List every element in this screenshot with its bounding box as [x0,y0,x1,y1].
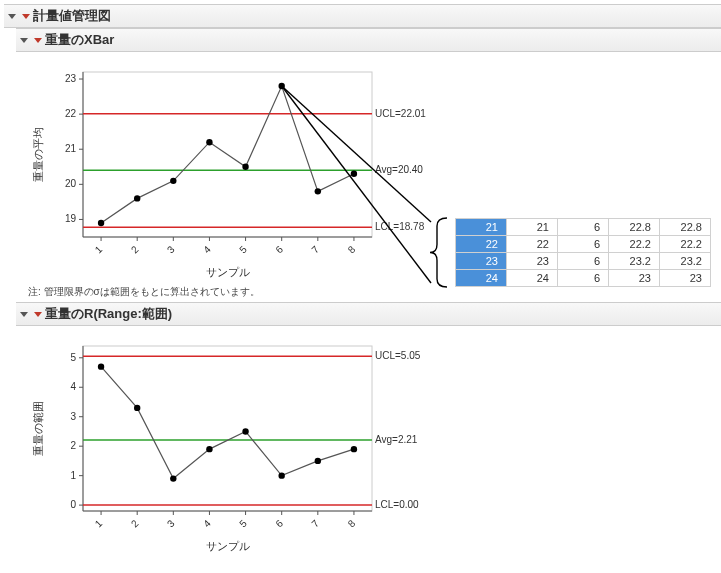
svg-text:3: 3 [70,411,76,422]
svg-text:サンプル: サンプル [206,266,250,278]
row-number-cell: 21 [456,219,507,236]
svg-text:19: 19 [65,213,77,224]
svg-point-86 [242,428,248,434]
svg-text:3: 3 [165,517,177,529]
svg-text:重量の範囲: 重量の範囲 [32,401,44,456]
svg-point-85 [206,446,212,452]
panel-header-main[interactable]: 計量値管理図 [4,4,721,28]
svg-text:Avg=20.40: Avg=20.40 [375,164,423,175]
svg-point-83 [134,405,140,411]
data-cell: 23.2 [660,253,711,270]
svg-text:3: 3 [165,243,177,255]
svg-text:1: 1 [70,470,76,481]
svg-text:5: 5 [237,243,249,255]
data-cell: 22.2 [660,236,711,253]
svg-point-41 [315,188,321,194]
panel-header-xbar[interactable]: 重量のXBar [16,28,721,52]
svg-point-88 [315,458,321,464]
data-cell: 6 [558,270,609,287]
data-cell: 24 [507,270,558,287]
svg-text:5: 5 [237,517,249,529]
table-row[interactable]: 2121622.822.8 [456,219,711,236]
svg-text:4: 4 [70,381,76,392]
data-cell: 23.2 [609,253,660,270]
svg-point-84 [170,475,176,481]
data-cell: 22.8 [660,219,711,236]
table-row[interactable]: 242462323 [456,270,711,287]
data-cell: 23 [660,270,711,287]
svg-text:1: 1 [93,517,105,529]
svg-text:重量の平均: 重量の平均 [32,127,44,182]
svg-text:6: 6 [273,243,285,255]
disclosure-icon[interactable] [20,312,28,317]
panel-title-main: 計量値管理図 [33,7,111,25]
row-number-cell: 22 [456,236,507,253]
table-row[interactable]: 2222622.222.2 [456,236,711,253]
xbar-plot: 192021222312345678UCL=22.01Avg=20.40LCL=… [28,52,438,282]
data-cell: 22 [507,236,558,253]
data-cell: 22.8 [609,219,660,236]
disclosure-icon[interactable] [8,14,16,19]
svg-text:7: 7 [309,243,321,255]
svg-text:7: 7 [309,517,321,529]
panel-title-r: 重量のR(Range:範囲) [45,305,172,323]
data-cell: 22.2 [609,236,660,253]
row-number-cell: 23 [456,253,507,270]
data-cell: 23 [507,253,558,270]
svg-point-82 [98,363,104,369]
linked-rows-table: 2121622.822.82222622.222.22323623.223.22… [455,218,711,287]
svg-rect-45 [83,346,372,511]
data-cell: 6 [558,253,609,270]
svg-point-35 [98,220,104,226]
svg-text:LCL=0.00: LCL=0.00 [375,499,419,510]
svg-point-40 [278,83,284,89]
svg-text:20: 20 [65,178,77,189]
disclosure-icon[interactable] [20,38,28,43]
data-cell: 23 [609,270,660,287]
data-cell: 6 [558,236,609,253]
svg-text:2: 2 [129,243,141,255]
svg-text:サンプル: サンプル [206,540,250,552]
svg-text:LCL=18.78: LCL=18.78 [375,221,425,232]
svg-point-36 [134,195,140,201]
table-row[interactable]: 2323623.223.2 [456,253,711,270]
data-cell: 6 [558,219,609,236]
svg-point-38 [206,139,212,145]
hotspot-icon[interactable] [34,38,42,43]
svg-point-37 [170,178,176,184]
svg-point-42 [351,171,357,177]
svg-point-39 [242,164,248,170]
svg-text:22: 22 [65,108,77,119]
svg-text:2: 2 [129,517,141,529]
svg-text:21: 21 [65,143,77,154]
data-cell: 21 [507,219,558,236]
svg-text:4: 4 [201,517,213,529]
svg-text:UCL=5.05: UCL=5.05 [375,350,421,361]
svg-point-89 [351,446,357,452]
svg-text:Avg=2.21: Avg=2.21 [375,434,418,445]
svg-text:8: 8 [346,243,358,255]
svg-text:2: 2 [70,440,76,451]
svg-text:1: 1 [93,243,105,255]
hotspot-icon[interactable] [22,14,30,19]
svg-text:0: 0 [70,499,76,510]
row-number-cell: 24 [456,270,507,287]
svg-text:4: 4 [201,243,213,255]
svg-text:UCL=22.01: UCL=22.01 [375,108,426,119]
hotspot-icon[interactable] [34,312,42,317]
svg-text:6: 6 [273,517,285,529]
svg-text:8: 8 [346,517,358,529]
panel-title-xbar: 重量のXBar [45,31,114,49]
r-plot: 01234512345678UCL=5.05Avg=2.21LCL=0.00重量… [28,326,438,556]
svg-text:5: 5 [70,352,76,363]
r-chart: 01234512345678UCL=5.05Avg=2.21LCL=0.00重量… [28,326,721,556]
panel-header-r[interactable]: 重量のR(Range:範囲) [16,302,721,326]
svg-point-87 [278,472,284,478]
svg-text:23: 23 [65,73,77,84]
